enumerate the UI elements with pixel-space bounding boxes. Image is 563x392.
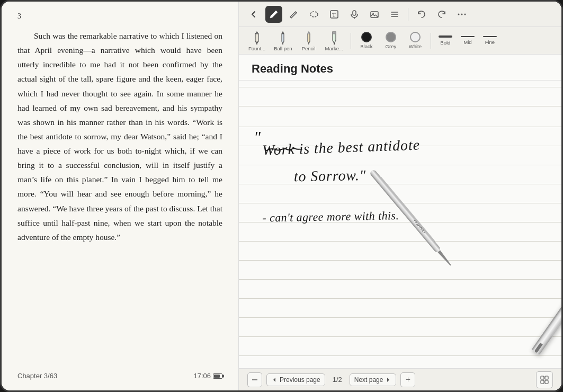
notes-footer: Previous page 1/2 Next page +: [239, 368, 561, 390]
grey-label: Grey: [386, 43, 397, 49]
next-page-button[interactable]: Next page: [350, 373, 397, 386]
bold-label: Bold: [440, 40, 450, 46]
redo-button[interactable]: [433, 6, 450, 23]
mid-line: [461, 36, 475, 38]
color-grey[interactable]: Grey: [380, 30, 402, 51]
notes-main: Reading Notes " Work is the best antidot…: [239, 55, 561, 390]
screen: 3 Such was the remarkable narrative to w…: [2, 2, 561, 390]
svg-point-12: [464, 13, 466, 15]
pen-tools-bar: Fount... Ball pen: [239, 27, 561, 55]
grey-color-dot: [386, 32, 396, 42]
pencil-tool[interactable]: Pencil: [298, 28, 320, 53]
color-black[interactable]: Black: [355, 30, 378, 51]
svg-rect-31: [541, 380, 544, 384]
mid-weight[interactable]: Mid: [458, 34, 478, 47]
mid-label: Mid: [463, 39, 471, 45]
marker-tool[interactable]: Marke...: [322, 28, 346, 53]
ball-pen-tool[interactable]: Ball pen: [271, 28, 295, 53]
svg-text:Work is the best antidote: Work is the best antidote: [262, 136, 421, 158]
battery-icon: [213, 373, 222, 379]
fountain-pen-tool[interactable]: Fount...: [245, 28, 269, 53]
color-separator: [351, 33, 351, 49]
black-label: Black: [360, 43, 372, 49]
time-display: 17:06: [193, 372, 211, 380]
svg-point-0: [310, 12, 318, 17]
white-color-dot: [410, 32, 421, 42]
color-white[interactable]: White: [404, 30, 426, 51]
svg-rect-29: [541, 376, 544, 379]
svg-text:- can't agree more with this.: - can't agree more with this.: [262, 209, 399, 224]
prev-page-label: Previous page: [280, 376, 320, 384]
svg-point-10: [458, 13, 460, 15]
undo-button[interactable]: [413, 6, 430, 23]
bold-weight[interactable]: Bold: [435, 34, 455, 47]
toolbar-separator-1: [408, 8, 408, 21]
svg-marker-23: [437, 250, 452, 266]
fine-label: Fine: [485, 39, 495, 45]
book-panel: 3 Such was the remarkable narrative to w…: [2, 2, 239, 390]
chapter-info: Chapter 3/63: [17, 372, 57, 380]
svg-marker-28: [387, 378, 389, 382]
toolbar: T: [239, 2, 561, 27]
list-button[interactable]: [386, 6, 403, 23]
fountain-pen-label: Fount...: [248, 46, 265, 51]
page-indicator: 1/2: [329, 376, 345, 384]
marker-label: Marke...: [325, 46, 343, 51]
svg-point-11: [461, 13, 463, 15]
svg-rect-3: [353, 11, 356, 15]
white-label: White: [409, 43, 422, 49]
weight-separator: [431, 33, 431, 49]
pen-button[interactable]: [265, 6, 282, 23]
eraser-button[interactable]: [285, 6, 302, 23]
grid-view-button[interactable]: [536, 371, 553, 388]
book-paragraph: Such was the remarkable narrative to whi…: [17, 29, 222, 244]
svg-marker-27: [273, 378, 275, 382]
battery-fill: [214, 375, 220, 378]
fine-weight[interactable]: Fine: [480, 34, 500, 47]
page-number: 3: [17, 12, 222, 21]
add-page-button[interactable]: +: [400, 372, 415, 387]
handwriting-canvas: " Work is the best antidote to Sorrow." …: [239, 81, 561, 368]
book-text: Such was the remarkable narrative to whi…: [17, 29, 222, 364]
svg-rect-32: [545, 380, 548, 384]
image-button[interactable]: [366, 6, 383, 23]
collapse-button[interactable]: [247, 372, 262, 387]
book-footer: Chapter 3/63 17:06: [17, 369, 222, 380]
notes-panel: T: [239, 2, 561, 390]
svg-text:to Sorrow.": to Sorrow.": [294, 167, 367, 184]
notes-body[interactable]: " Work is the best antidote to Sorrow." …: [239, 81, 561, 368]
text-button[interactable]: T: [326, 6, 343, 23]
bold-line: [439, 35, 452, 38]
pencil-label: Pencil: [302, 46, 316, 51]
svg-rect-16: [333, 32, 336, 34]
device-frame: 3 Such was the remarkable narrative to w…: [0, 0, 563, 392]
back-button[interactable]: [245, 6, 262, 23]
svg-text:T: T: [332, 12, 336, 18]
prev-page-button[interactable]: Previous page: [266, 373, 325, 386]
svg-rect-30: [545, 376, 548, 379]
ball-pen-label: Ball pen: [274, 46, 292, 51]
lasso-button[interactable]: [306, 6, 323, 23]
mic-button[interactable]: [346, 6, 363, 23]
next-page-label: Next page: [354, 376, 383, 384]
black-color-dot: [361, 32, 372, 42]
notes-title: Reading Notes: [239, 55, 561, 81]
fine-line: [483, 36, 497, 37]
svg-text:": ": [254, 128, 261, 147]
time-battery: 17:06: [193, 372, 222, 380]
more-button[interactable]: [453, 6, 470, 23]
